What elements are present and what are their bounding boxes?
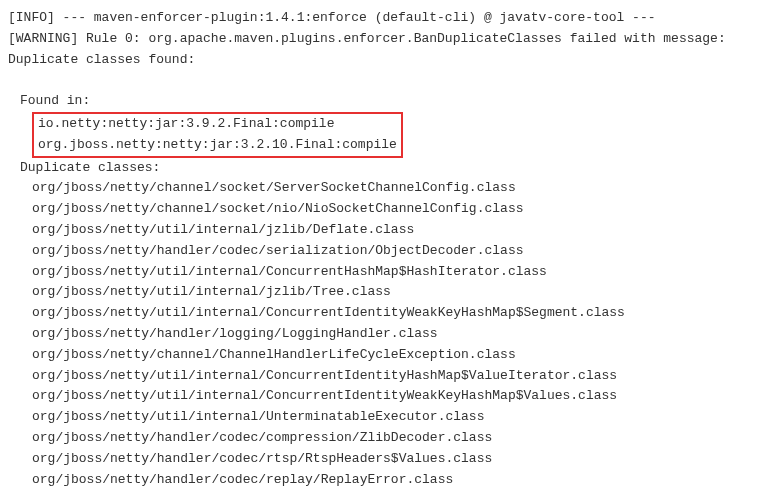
duplicate-class-entry: org/jboss/netty/util/internal/Concurrent… [8,386,749,407]
blank-line [8,70,749,91]
duplicate-class-entry: org/jboss/netty/util/internal/jzlib/Tree… [8,282,749,303]
duplicate-class-entry: org/jboss/netty/util/internal/Concurrent… [8,262,749,283]
duplicate-class-entry: org/jboss/netty/util/internal/Unterminat… [8,407,749,428]
duplicate-class-entry: org/jboss/netty/channel/socket/nio/NioSo… [8,199,749,220]
log-info-line: [INFO] --- maven-enforcer-plugin:1.4.1:e… [8,8,749,29]
found-in-artifact: org.jboss.netty:netty:jar:3.2.10.Final:c… [38,135,397,156]
duplicate-class-entry: org/jboss/netty/channel/socket/ServerSoc… [8,178,749,199]
duplicate-class-entry: org/jboss/netty/handler/codec/replay/Rep… [8,470,749,491]
duplicate-class-entry: org/jboss/netty/handler/codec/rtsp/RtspH… [8,449,749,470]
log-warning-line: [WARNING] Rule 0: org.apache.maven.plugi… [8,29,749,50]
found-in-artifact: io.netty:netty:jar:3.9.2.Final:compile [38,114,397,135]
found-in-highlight-box: io.netty:netty:jar:3.9.2.Final:compile o… [32,112,403,158]
duplicate-class-entry: org/jboss/netty/channel/ChannelHandlerLi… [8,345,749,366]
duplicate-class-entry: org/jboss/netty/handler/logging/LoggingH… [8,324,749,345]
duplicate-class-entry: org/jboss/netty/handler/codec/serializat… [8,241,749,262]
duplicate-class-entry: org/jboss/netty/util/internal/Concurrent… [8,366,749,387]
duplicate-class-entry: org/jboss/netty/handler/codec/compressio… [8,428,749,449]
found-in-label: Found in: [8,91,749,112]
duplicate-class-entry: org/jboss/netty/util/internal/jzlib/Defl… [8,220,749,241]
duplicate-class-entry: org/jboss/netty/util/internal/Concurrent… [8,303,749,324]
duplicates-header: Duplicate classes found: [8,50,749,71]
duplicate-classes-label: Duplicate classes: [8,158,749,179]
